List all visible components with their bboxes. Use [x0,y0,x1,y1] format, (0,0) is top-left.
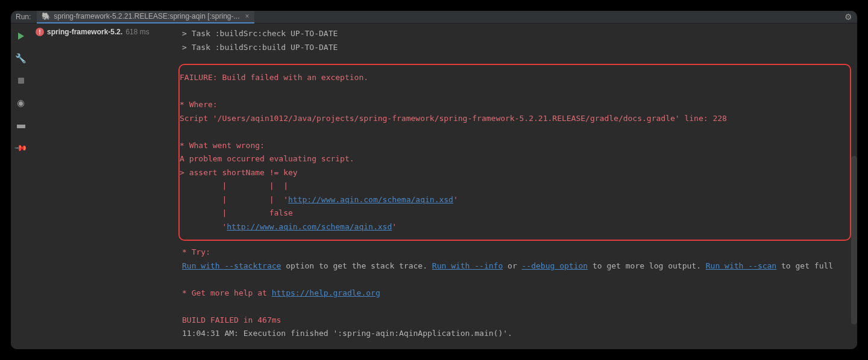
wrench-icon: 🔧 [15,53,27,64]
scan-link[interactable]: Run with --scan [706,261,776,270]
try-options: Run with --stacktrace option to get the … [182,259,851,273]
scrollbar[interactable] [851,156,857,324]
run-tab[interactable]: 🐘 spring-framework-5.2.21.RELEASE:spring… [37,11,254,23]
where-header: * Where: [180,98,850,112]
task-tree-panel: ! spring-framework-5.2. 618 ms [31,23,178,349]
task-name: spring-framework-5.2. [47,28,122,36]
gradle-icon: 🐘 [42,12,51,20]
schema-link[interactable]: http://www.aqin.com/schema/aqin.xsd [227,222,392,231]
where-body: Script '/Users/aqin1012/Java/projects/sp… [180,112,850,126]
eye-icon: ◉ [17,98,25,108]
play-icon [18,33,24,40]
schema-link[interactable]: http://www.aqin.com/schema/aqin.xsd [288,195,453,204]
gradle-help-link[interactable]: https://help.gradle.org [272,288,380,297]
assert-false-line: | false [180,206,850,220]
assert-line: > assert shortName != key [180,166,850,180]
execution-finished-line: 11:04:31 AM: Execution finished ':spring… [182,327,851,341]
assert-url-line: | | 'http://www.aqin.com/schema/aqin.xsd… [180,193,850,207]
wrong-body: A problem occurred evaluating script. [180,152,850,166]
stop-button[interactable] [14,74,28,87]
tab-title: spring-framework-5.2.21.RELEASE:spring-a… [54,12,239,20]
stacktrace-link[interactable]: Run with --stacktrace [182,261,281,270]
run-label: Run: [16,13,31,21]
error-status-icon: ! [36,28,44,36]
wrong-header: * What went wrong: [180,139,850,153]
help-line: * Get more help at https://help.gradle.o… [182,287,851,300]
assert-url-line: 'http://www.aqin.com/schema/aqin.xsd' [180,220,850,234]
console-line: > Task :buildSrc:build UP-TO-DATE [182,41,851,55]
layout-icon [17,122,25,128]
console-output[interactable]: > Task :buildSrc:check UP-TO-DATE > Task… [178,23,857,349]
task-duration: 618 ms [125,28,149,36]
stop-icon [18,78,24,84]
layout-button[interactable] [14,119,28,132]
build-failed-line: BUILD FAILED in 467ms [182,314,851,327]
failure-line: FAILURE: Build failed with an exception. [180,71,850,85]
pin-button[interactable]: 📌 [14,141,28,154]
try-header: * Try: [182,246,851,259]
debug-link[interactable]: --debug option [522,261,588,270]
run-tab-bar: Run: 🐘 spring-framework-5.2.21.RELEASE:s… [11,11,857,23]
console-line: > Task :buildSrc:check UP-TO-DATE [182,27,851,41]
run-button[interactable] [14,29,28,43]
main-area: 🔧 ◉ 📌 ! spring-framework-5.2. 618 ms > T… [11,23,857,349]
gear-icon[interactable]: ⚙ [844,12,852,22]
pin-icon: 📌 [14,140,28,154]
view-button[interactable]: ◉ [14,96,28,110]
close-icon[interactable]: × [245,12,250,20]
ide-window: Run: 🐘 spring-framework-5.2.21.RELEASE:s… [11,11,857,349]
run-toolbar: 🔧 ◉ 📌 [11,23,31,349]
info-link[interactable]: Run with --info [432,261,503,270]
assert-pipes: | | | [180,179,850,193]
wrench-button[interactable]: 🔧 [14,52,28,65]
error-highlight-box: FAILURE: Build failed with an exception.… [178,64,851,241]
task-row[interactable]: ! spring-framework-5.2. 618 ms [36,28,174,36]
